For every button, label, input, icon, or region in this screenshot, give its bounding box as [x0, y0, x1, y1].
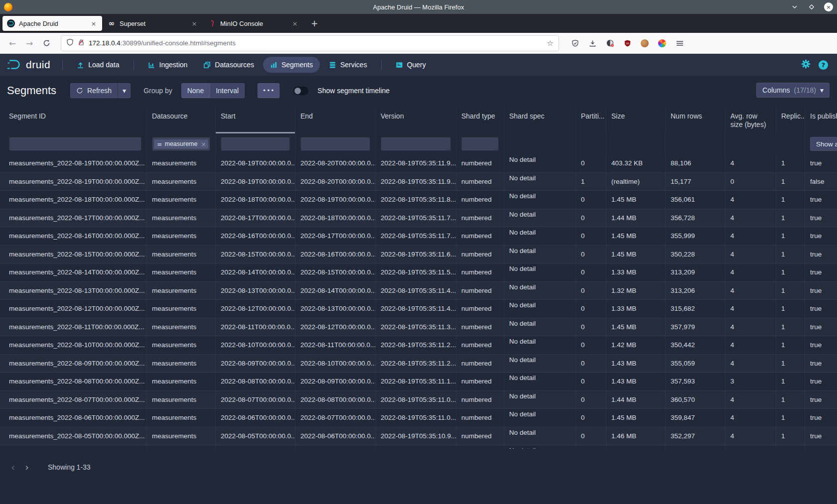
end-filter-input[interactable] [300, 137, 370, 151]
table-row[interactable]: measurements_2022-08-14T00:00:00.000Z...… [0, 263, 837, 282]
container-extension-icon[interactable]: x [603, 36, 617, 50]
next-page-icon[interactable]: › [20, 460, 34, 474]
col-header-datasource[interactable]: Datasource [147, 106, 216, 133]
tracking-protection-shield-icon[interactable] [66, 38, 74, 48]
remove-filter-icon[interactable]: × [201, 140, 206, 148]
nav-item-services[interactable]: Services [322, 57, 374, 73]
cell-segment-id: measurements_2022-08-04T00:00:00.000Z... [0, 445, 147, 449]
back-icon[interactable]: ← [5, 36, 20, 51]
table-row[interactable]: measurements_2022-08-15T00:00:00.000Z...… [0, 246, 837, 264]
menu-icon[interactable] [673, 36, 687, 50]
previous-page-icon[interactable]: ‹ [6, 460, 20, 474]
is-published-filter-button[interactable]: Show all [810, 137, 837, 151]
table-row[interactable]: measurements_2022-08-04T00:00:00.000Z...… [0, 445, 837, 449]
url-bar[interactable]: 172.18.0.4:30899/unified-console.html#se… [61, 35, 559, 51]
table-row[interactable]: measurements_2022-08-18T00:00:00.000Z...… [0, 191, 837, 209]
druid-logo[interactable]: druid [6, 58, 55, 71]
tab-label: Superset [120, 20, 186, 27]
table-row[interactable]: measurements_2022-08-17T00:00:00.000Z...… [0, 209, 837, 228]
datasource-filter-tag[interactable]: = measureme × [154, 139, 208, 149]
bookmark-star-icon[interactable]: ☆ [547, 39, 554, 48]
table-row[interactable]: measurements_2022-08-12T00:00:00.000Z...… [0, 300, 837, 318]
col-header-start[interactable]: Start [216, 106, 295, 133]
more-options-button[interactable]: ••• [258, 83, 279, 98]
cell-end: 2022-08-08T00:00:00.0... [295, 391, 376, 409]
cell-version: 2022-08-19T05:35:11.0... [376, 409, 456, 427]
table-row[interactable]: measurements_2022-08-09T00:00:00.000Z...… [0, 355, 837, 373]
cell-start: 2022-08-13T00:00:00.0... [216, 282, 295, 300]
nav-item-datasources[interactable]: Datasources [196, 57, 261, 73]
table-row[interactable]: measurements_2022-08-05T00:00:00.000Z...… [0, 427, 837, 446]
help-icon[interactable]: ? [819, 60, 828, 70]
version-filter-input[interactable] [381, 137, 451, 151]
table-row[interactable]: measurements_2022-08-06T00:00:00.000Z...… [0, 409, 837, 427]
cell-shard-spec: No detail [504, 191, 576, 209]
shield-permissions-icon[interactable] [568, 36, 582, 50]
group-by-interval-button[interactable]: Interval [210, 83, 245, 98]
table-row[interactable]: measurements_2022-08-11T00:00:00.000Z...… [0, 318, 837, 337]
url-text[interactable]: 172.18.0.4:30899/unified-console.html#se… [89, 39, 543, 47]
close-window-icon[interactable]: × [824, 2, 833, 11]
col-header-avg-row-size[interactable]: Avg. row size (bytes) [725, 106, 776, 133]
nav-item-ingestion[interactable]: Ingestion [141, 57, 195, 73]
table-row[interactable]: measurements_2022-08-19T00:00:00.000Z...… [0, 173, 837, 191]
tab-close-icon[interactable]: × [190, 20, 198, 27]
table-row[interactable]: measurements_2022-08-19T00:00:00.000Z...… [0, 154, 837, 173]
cell-num-rows: 356,728 [666, 209, 725, 227]
ublock-origin-icon[interactable]: U0 [620, 36, 634, 50]
cell-start: 2022-08-19T00:00:00.0... [216, 154, 295, 172]
group-by-none-button[interactable]: None [181, 83, 210, 98]
columns-button[interactable]: Columns (17/18) ▾ [756, 83, 830, 98]
col-header-version[interactable]: Version [376, 106, 456, 133]
col-header-partition[interactable]: Partiti... [576, 106, 606, 133]
shard-type-filter-input[interactable] [461, 137, 499, 151]
table-row[interactable]: measurements_2022-08-13T00:00:00.000Z...… [0, 282, 837, 300]
tab-superset[interactable]: ∞ Superset × [103, 16, 203, 31]
col-header-replicas[interactable]: Replic... [776, 106, 805, 133]
cell-end: 2022-08-17T00:00:00.0... [295, 227, 376, 245]
nav-item-load-data[interactable]: Load data [70, 57, 126, 73]
datasource-filter-input[interactable]: = measureme × [152, 137, 210, 151]
cell-size: 1.45 MB [606, 191, 666, 209]
cell-shard-type: numbered [456, 300, 504, 318]
col-header-size[interactable]: Size [606, 106, 666, 133]
tab-close-icon[interactable]: × [291, 20, 299, 27]
start-filter-input[interactable] [221, 137, 290, 151]
connection-not-secure-lock-icon[interactable] [78, 38, 85, 48]
downloads-icon[interactable] [585, 36, 599, 50]
col-header-end[interactable]: End [295, 106, 376, 133]
cell-avg-row-size: 4 [725, 355, 776, 373]
minimize-icon[interactable] [790, 2, 799, 11]
refresh-button[interactable]: Refresh [70, 83, 118, 98]
refresh-dropdown-button[interactable]: ▾ [118, 83, 131, 98]
table-row[interactable]: measurements_2022-08-07T00:00:00.000Z...… [0, 391, 837, 409]
colorful-extension-icon[interactable] [655, 36, 669, 50]
segment-timeline-toggle[interactable] [293, 87, 308, 95]
table-row[interactable]: measurements_2022-08-10T00:00:00.000Z...… [0, 336, 837, 355]
cookie-extension-icon[interactable] [638, 36, 652, 50]
col-header-shard-type[interactable]: Shard type [456, 106, 504, 133]
cell-replicas: 1 [776, 173, 805, 191]
col-header-shard-spec[interactable]: Shard spec [504, 106, 576, 133]
table-row[interactable]: measurements_2022-08-08T00:00:00.000Z...… [0, 373, 837, 391]
nav-item-query[interactable]: Query [389, 57, 433, 73]
settings-gear-icon[interactable] [801, 59, 811, 71]
tab-minio-console[interactable]: MinIO Console × [204, 16, 303, 31]
table-row[interactable]: measurements_2022-08-16T00:00:00.000Z...… [0, 227, 837, 246]
new-tab-button[interactable]: + [308, 17, 321, 30]
col-header-num-rows[interactable]: Num rows [666, 106, 725, 133]
segment-id-filter-input[interactable] [9, 137, 141, 151]
nav-item-segments[interactable]: Segments [263, 57, 320, 73]
maximize-icon[interactable] [807, 2, 816, 11]
tab-close-icon[interactable]: × [90, 20, 98, 27]
cell-avg-row-size: 4 [725, 227, 776, 245]
reload-icon[interactable] [39, 36, 54, 51]
columns-count: (17/18) [794, 86, 816, 94]
cell-shard-spec: No detail [504, 246, 576, 263]
col-header-is-published[interactable]: Is published [805, 106, 837, 133]
cell-avg-row-size: 4 [725, 300, 776, 318]
forward-icon[interactable]: → [22, 36, 37, 51]
col-header-segment-id[interactable]: Segment ID [0, 106, 147, 133]
tab-apache-druid[interactable]: Apache Druid × [2, 16, 102, 31]
cell-shard-type: numbered [456, 391, 504, 409]
